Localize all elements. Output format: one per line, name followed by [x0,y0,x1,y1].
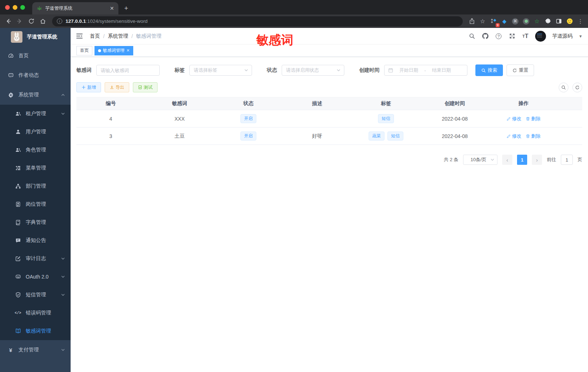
keyword-label: 敏感词 [76,67,92,74]
edit-link[interactable]: 修改 [507,133,521,139]
app-title: 芋道管理系统 [27,34,57,40]
sidebar-item-dept[interactable]: 部门管理 [0,177,71,195]
back-icon[interactable] [3,16,13,26]
sidebar-item-oauth[interactable]: OAuth 2.0 [0,268,71,286]
breadcrumb-item[interactable]: 系统管理 [108,33,128,39]
zoom-window-button[interactable] [20,5,25,10]
sidebar-item-system[interactable]: 系统管理 [0,85,71,105]
test-button[interactable]: 测试 [133,82,158,92]
minimize-window-button[interactable] [13,5,17,10]
sidebar-item-menu[interactable]: 菜单管理 [0,159,71,177]
column-header: 操作 [489,97,558,110]
sidebar-item-user[interactable]: 用户管理 [0,123,71,141]
sidebar-item-error-code[interactable]: </>错误码管理 [0,304,71,322]
cell-word: 土豆 [145,128,214,145]
help-icon[interactable]: ? [495,33,502,40]
sidebar-item-dict[interactable]: 字典管理 [0,213,71,231]
tag-close-icon[interactable]: ✕ [126,48,130,53]
gear-icon [8,92,14,98]
fullscreen-icon[interactable] [508,33,516,40]
user-avatar[interactable] [535,31,546,42]
next-page-icon[interactable]: › [532,155,542,165]
new-tab-button[interactable]: + [124,4,128,12]
extension-badge-count: 9 [496,23,500,27]
sidebar-item-label: 部门管理 [26,183,46,189]
forward-icon[interactable] [14,16,25,26]
kite-icon[interactable]: ◆ [500,17,509,26]
close-window-button[interactable] [5,5,10,10]
sidebar-item-label: 用户管理 [26,129,46,135]
date-range-picker[interactable]: 开始日期 - 结束日期 [384,65,467,76]
site-info-icon[interactable]: i [57,18,62,24]
cell-tags: 短信 [352,110,420,128]
status-select[interactable]: 请选择启用状态 [282,65,344,76]
puzzle-icon[interactable] [543,17,553,26]
prev-page-icon[interactable]: ‹ [502,155,512,165]
record-circle-icon[interactable] [521,17,531,26]
dashboard-icon [8,53,14,59]
chevron-down-icon [61,348,65,352]
browser-tab[interactable]: 芋道管理系统 ✕ [32,2,118,14]
refresh-icon[interactable] [572,83,582,92]
green-star-icon[interactable]: ☆ [532,17,542,26]
page-size-select[interactable]: 10条/页 [463,155,497,165]
edit-link[interactable]: 修改 [507,116,521,122]
sidebar-item-audit-log[interactable]: 审计日志 [0,250,71,268]
sidebar-item-notice[interactable]: 通知公告 [0,231,71,250]
sidebar-item-role[interactable]: 角色管理 [0,141,71,159]
active-tag-dot [98,49,101,52]
tags-view-tag[interactable]: 敏感词管理✕ [94,46,133,55]
robot-icon [15,274,21,280]
sidebar-item-sensitive-word[interactable]: 敏感词管理 [0,322,71,340]
sidebar-logo-row[interactable]: 芋道管理系统 [0,28,71,46]
cell-word: XXX [145,110,214,128]
caret-down-icon[interactable]: ▼ [579,34,583,38]
org-chart-icon [15,183,21,189]
profile-avatar[interactable] [565,17,574,26]
bookmark-star-icon[interactable]: ☆ [478,17,487,26]
menu-kebab-icon[interactable]: ⋮ [576,17,585,26]
sidebar-item-pay[interactable]: ¥支付管理 [0,340,71,360]
share-icon[interactable] [467,17,476,26]
home-icon[interactable] [38,16,48,26]
hamburger-icon[interactable] [76,32,84,40]
sidebar-menu: 首页作者动态系统管理租户管理用户管理角色管理菜单管理部门管理岗位管理字典管理通知… [0,46,71,360]
delete-link[interactable]: 删除 [526,133,541,139]
search-icon[interactable] [468,33,475,40]
url-text: 127.0.0.1:1024/system/sensitive-word [66,18,148,24]
url-bar[interactable]: i 127.0.0.1:1024/system/sensitive-word [52,16,463,26]
reset-button[interactable]: 重置 [507,64,534,76]
export-button[interactable]: 导出 [105,82,129,92]
url-path: :1024/system/sensitive-word [86,18,147,24]
goto-page-input[interactable] [561,155,573,165]
delete-link[interactable]: 删除 [526,116,541,122]
side-panel-icon[interactable] [554,17,563,26]
user-icon [15,129,21,135]
keyword-input[interactable] [96,65,160,76]
font-size-icon[interactable]: TT [522,33,529,40]
hide-search-icon[interactable] [559,83,568,92]
extension-badge-icon[interactable]: 9 [489,17,498,26]
reload-icon[interactable] [26,16,36,26]
tag-select-placeholder: 请选择标签 [194,67,244,74]
chevron-down-icon [490,158,495,162]
tab-close-icon[interactable]: ✕ [110,5,114,11]
tag-select[interactable]: 请选择标签 [189,65,252,76]
chat-icon [8,72,14,79]
page-content: 敏感词 标签 请选择标签 状态 请选择启用状态 [71,57,588,372]
page-number-current[interactable]: 1 [517,155,527,165]
breadcrumb-item[interactable]: 首页 [90,33,100,39]
search-button[interactable]: 搜索 [475,64,503,76]
column-header: 创建时间 [420,97,489,110]
username: 芋道源码 [552,33,572,39]
tags-view-tag[interactable]: 首页 [76,46,92,55]
edit-note-icon [15,256,21,262]
sidebar-item-tenant[interactable]: 租户管理 [0,105,71,123]
sidebar-item-sms[interactable]: 短信管理 [0,286,71,304]
sidebar-item-home[interactable]: 首页 [0,46,71,66]
add-button[interactable]: 新增 [76,82,101,92]
sidebar-item-post[interactable]: 岗位管理 [0,195,71,213]
sidebar-item-author-news[interactable]: 作者动态 [0,66,71,85]
command-circle-icon[interactable]: ⌘ [511,17,520,26]
github-icon[interactable] [482,33,489,40]
